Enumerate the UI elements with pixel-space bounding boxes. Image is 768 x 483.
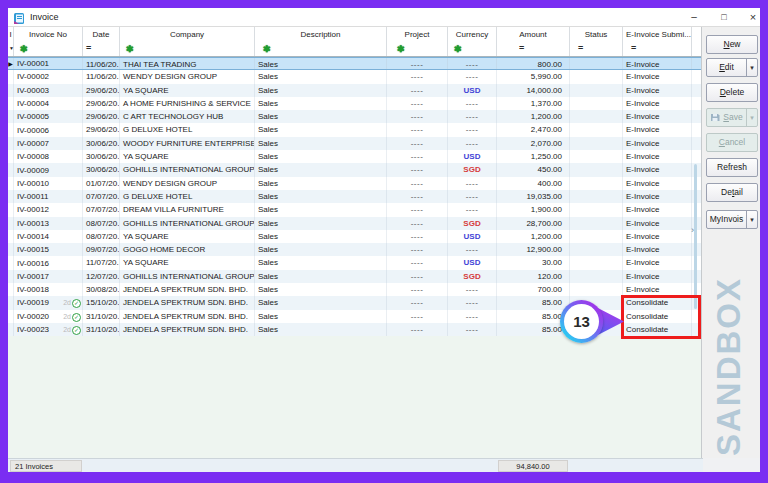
- grid-body: ▶IV-0000111/06/20...THAI TEA TRADINGSale…: [8, 57, 701, 336]
- table-row[interactable]: IV-0000529/06/20...C ART TECHNOLOGY HUBS…: [8, 110, 701, 123]
- grid-filter-row: ▼✱=✱✱✱✱===: [8, 42, 701, 57]
- cell-currency: ----: [448, 203, 497, 216]
- column-header-amount[interactable]: Amount: [497, 27, 570, 42]
- button-label: Cancel: [707, 134, 757, 151]
- cell-description: Sales: [255, 110, 387, 123]
- table-row[interactable]: IV-0001712/07/20...GOHILLS INTERNATIONAL…: [8, 270, 701, 283]
- column-header-currency[interactable]: Currency: [448, 27, 497, 42]
- table-row[interactable]: IV-0001308/07/20...GOHILLS INTERNATIONAL…: [8, 217, 701, 230]
- button-new[interactable]: New: [706, 35, 758, 54]
- button-edit[interactable]: Edit▾: [706, 58, 758, 77]
- table-row[interactable]: IV-0001611/07/20...YA SQUARESales----USD…: [8, 256, 701, 269]
- filter-cell-invoice-no[interactable]: ✱: [14, 42, 83, 56]
- table-row[interactable]: IV-0000930/06/20...GOHILLS INTERNATIONAL…: [8, 163, 701, 176]
- cell-status: [570, 84, 623, 97]
- cell-description: Sales: [255, 190, 387, 203]
- column-header-status[interactable]: Status: [570, 27, 623, 42]
- filter-cell-date[interactable]: =: [83, 42, 120, 56]
- cell-currency: SGD: [448, 217, 497, 230]
- cell-amount: 12,900.00: [497, 243, 570, 256]
- filter-cell-status[interactable]: =: [570, 42, 623, 56]
- filter-cell-company[interactable]: ✱: [120, 42, 255, 56]
- cell-date: 30/06/20...: [83, 137, 120, 150]
- cell-company: G DELUXE HOTEL: [120, 190, 255, 203]
- cell-date: 31/10/20...: [83, 310, 120, 323]
- cell-invoice-no: IV-00012: [17, 203, 49, 216]
- minimize-button[interactable]: –: [686, 8, 702, 26]
- table-row[interactable]: IV-0001509/07/20...GOGO HOME DECORSales-…: [8, 243, 701, 256]
- filter-cell-e-invoice-submi[interactable]: =: [623, 42, 692, 56]
- filter-equals-icon[interactable]: =: [86, 43, 91, 53]
- filter-flower-icon[interactable]: ✱: [263, 44, 271, 54]
- table-row[interactable]: IV-0001001/07/20...WENDY DESIGN GROUPSal…: [8, 177, 701, 190]
- cell-invoice-no: IV-00010: [17, 177, 49, 190]
- button-refresh[interactable]: Refresh: [706, 158, 758, 177]
- table-row[interactable]: IV-0000629/06/20...G DELUXE HOTELSales--…: [8, 123, 701, 136]
- cell-invoice-no: IV-00001: [17, 58, 49, 69]
- table-row[interactable]: IV-0001107/07/20...G DELUXE HOTELSales--…: [8, 190, 701, 203]
- filter-flower-icon[interactable]: ✱: [126, 44, 134, 54]
- table-row[interactable]: IV-0001207/07/20...DREAM VILLA FURNITURE…: [8, 203, 701, 216]
- dropdown-arrow-icon[interactable]: ▾: [746, 211, 757, 228]
- cell-einvoice-submission: E-Invoice: [623, 58, 692, 69]
- column-header-e-invoice-submi[interactable]: E-Invoice Submi...: [623, 27, 692, 42]
- column-header-date[interactable]: Date: [83, 27, 120, 42]
- table-row[interactable]: IV-0000211/06/20...WENDY DESIGN GROUPSal…: [8, 70, 701, 83]
- cell-currency: ----: [448, 70, 497, 83]
- filter-flower-icon[interactable]: ✱: [20, 44, 28, 54]
- filter-cell-currency[interactable]: ✱: [448, 42, 497, 56]
- grid-scrollbar[interactable]: ›: [694, 164, 697, 309]
- table-row[interactable]: IV-0000730/06/20...WOODY FURNITURE ENTER…: [8, 137, 701, 150]
- column-header-description[interactable]: Description: [255, 27, 387, 42]
- filter-cell-amount[interactable]: =: [497, 42, 570, 56]
- filter-equals-icon[interactable]: =: [631, 43, 636, 53]
- cell-company: YA SQUARE: [120, 150, 255, 163]
- table-row[interactable]: ▶IV-0000111/06/20...THAI TEA TRADINGSale…: [8, 57, 701, 70]
- cell-date: 29/06/20...: [83, 110, 120, 123]
- filter-equals-icon[interactable]: =: [519, 43, 524, 53]
- table-row[interactable]: IV-0000830/06/20...YA SQUARESales----USD…: [8, 150, 701, 163]
- table-row[interactable]: IV-0001830/08/20...JENDELA SPEKTRUM SDN.…: [8, 283, 701, 296]
- cell-project: ----: [387, 137, 448, 150]
- cell-project: ----: [387, 97, 448, 110]
- grid-header-row: IInvoice NoDateCompanyDescriptionProject…: [8, 27, 701, 42]
- cell-description: Sales: [255, 283, 387, 296]
- cell-amount: 30.00: [497, 256, 570, 269]
- dropdown-arrow-icon[interactable]: ▾: [746, 59, 757, 76]
- button-myinvois[interactable]: MyInvois▾: [706, 210, 758, 229]
- cell-einvoice-submission: E-Invoice: [623, 256, 692, 269]
- cell-einvoice-submission: E-Invoice: [623, 163, 692, 176]
- table-row[interactable]: IV-0001408/07/20...YA SQUARESales----USD…: [8, 230, 701, 243]
- column-header-company[interactable]: Company: [120, 27, 255, 42]
- filter-flower-icon[interactable]: ✱: [454, 44, 462, 54]
- cell-company: YA SQUARE: [120, 84, 255, 97]
- cell-einvoice-submission: E-Invoice: [623, 177, 692, 190]
- close-button[interactable]: ×: [745, 8, 760, 26]
- cell-project: ----: [387, 230, 448, 243]
- cell-currency: USD: [448, 150, 497, 163]
- cell-einvoice-submission: E-Invoice: [623, 97, 692, 110]
- cell-date: 11/06/20...: [83, 58, 120, 69]
- button-detail[interactable]: Detail: [706, 183, 758, 202]
- column-header-project[interactable]: Project: [387, 27, 448, 42]
- filter-cell-project[interactable]: ✱: [387, 42, 448, 56]
- days-badge: 2d: [63, 313, 71, 320]
- column-header-invoice-no[interactable]: Invoice No: [14, 27, 83, 42]
- cell-date: 11/06/20...: [83, 70, 120, 83]
- cell-einvoice-submission: E-Invoice: [623, 243, 692, 256]
- cell-company: WENDY DESIGN GROUP: [120, 70, 255, 83]
- maximize-button[interactable]: □: [716, 8, 732, 26]
- table-row[interactable]: IV-0000429/06/20...A HOME FURNISHING & S…: [8, 97, 701, 110]
- button-delete[interactable]: Delete: [706, 83, 758, 102]
- status-bar: 21 Invoices 94,840.00: [8, 458, 703, 472]
- cell-currency: SGD: [448, 270, 497, 283]
- cell-invoice-no: IV-00009: [17, 164, 49, 177]
- table-row[interactable]: IV-0000329/06/20...YA SQUARESales----USD…: [8, 84, 701, 97]
- filter-equals-icon[interactable]: =: [578, 43, 583, 53]
- cell-invoice-no: IV-00002: [17, 70, 49, 83]
- filter-flower-icon[interactable]: ✱: [397, 44, 405, 54]
- cell-status: [570, 203, 623, 216]
- filter-cell-description[interactable]: ✱: [255, 42, 387, 56]
- cell-status: [570, 123, 623, 136]
- cell-description: Sales: [255, 230, 387, 243]
